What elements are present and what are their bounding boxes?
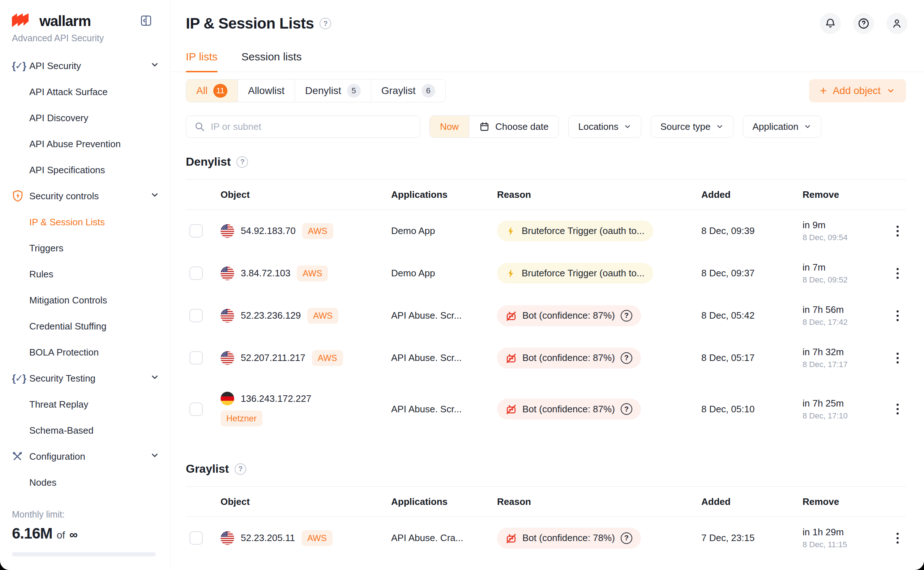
account-button[interactable] [886, 13, 907, 34]
sidebar: wallarm Advanced API Security {✓} API Se… [0, 0, 171, 570]
row-menu-icon[interactable] [893, 350, 901, 366]
date-filter: Now Choose date [429, 115, 559, 138]
sidebar-item-security-testing[interactable]: {✓} Security Testing [12, 365, 170, 391]
infinity-symbol: ∞ [69, 528, 78, 541]
table-row: 54.92.183.70 AWS Demo App Bruteforce Tri… [186, 210, 906, 252]
applications-cell: API Abuse. Scr... [391, 404, 497, 415]
ip-address: 3.84.72.103 [241, 268, 290, 279]
calendar-icon [480, 121, 489, 132]
chevron-down-icon [803, 123, 812, 130]
sidebar-item-api-discovery[interactable]: API Discovery [12, 105, 170, 131]
sidebar-item-credential-stuffing[interactable]: Credential Stuffing [12, 313, 170, 339]
help-button[interactable] [853, 13, 874, 34]
sidebar-item-api-specifications[interactable]: API Specifications [12, 157, 170, 183]
us-flag-icon [220, 351, 234, 365]
row-checkbox[interactable] [189, 351, 203, 365]
tab-session-lists[interactable]: Session lists [241, 51, 302, 72]
row-checkbox[interactable] [189, 531, 203, 545]
bot-blocked-icon [506, 404, 516, 414]
product-subtitle: Advanced API Security [12, 33, 170, 43]
sidebar-item-configuration[interactable]: Configuration [12, 443, 170, 469]
source-type-dropdown[interactable]: Source type [651, 115, 733, 138]
notifications-button[interactable] [820, 13, 841, 34]
sidebar-item-api-attack-surface[interactable]: API Attack Surface [12, 79, 170, 105]
reason-badge: Bruteforce Trigger (oauth to... [497, 263, 653, 283]
collapse-sidebar-icon[interactable] [140, 14, 152, 28]
row-menu-icon[interactable] [893, 307, 901, 324]
applications-cell: Demo App [391, 268, 497, 279]
count-badge: 6 [422, 84, 435, 98]
monthly-limit-block: Monthly limit: 6.16M of ∞ [12, 509, 170, 556]
applications-cell: API Abuse. Scr... [391, 352, 497, 363]
reason-help-icon[interactable]: ? [621, 310, 632, 322]
sidebar-item-api-security[interactable]: {✓} API Security [12, 53, 170, 79]
chevron-down-icon [150, 372, 159, 385]
applications-cell: API Abuse. Scr... [391, 310, 497, 321]
date-now-segment[interactable]: Now [430, 116, 469, 138]
choose-date-segment[interactable]: Choose date [469, 116, 559, 138]
col-object: Object [220, 189, 391, 201]
reason-help-icon[interactable]: ? [621, 403, 632, 415]
row-checkbox[interactable] [189, 267, 203, 280]
table-row: 136.243.172.227 Hetzner API Abuse. Scr..… [186, 379, 906, 439]
monthly-limit-value: 6.16M [12, 525, 52, 542]
reason-badge: Bot (confidence: 87%) ? [497, 305, 641, 326]
graylist-help-icon[interactable]: ? [235, 463, 246, 475]
reason-help-icon[interactable]: ? [621, 532, 632, 544]
row-menu-icon[interactable] [893, 401, 901, 417]
plus-icon: + [820, 84, 827, 97]
table-row: 3.84.72.103 AWS Demo App Bruteforce Trig… [186, 252, 906, 294]
source-tag: AWS [302, 223, 333, 239]
ip-address: 52.23.236.129 [241, 310, 301, 321]
sidebar-item-security-controls[interactable]: Security controls [12, 183, 170, 209]
row-checkbox[interactable] [189, 309, 203, 322]
chevron-down-icon [150, 60, 159, 72]
page-help-icon[interactable]: ? [319, 18, 331, 29]
row-menu-icon[interactable] [893, 265, 901, 282]
row-checkbox[interactable] [189, 403, 203, 416]
col-object: Object [220, 496, 391, 507]
reason-badge: Bot (confidence: 87%) ? [497, 398, 641, 420]
segment-graylist[interactable]: Graylist 6 [371, 80, 445, 102]
sidebar-item-mitigation-controls[interactable]: Mitigation Controls [12, 287, 170, 313]
braces-check-icon: {✓} [12, 372, 29, 384]
list-type-tabs: IP lists Session lists [171, 51, 924, 72]
sidebar-item-bola-protection[interactable]: BOLA Protection [12, 339, 170, 365]
sidebar-item-threat-replay[interactable]: Threat Replay [12, 391, 170, 417]
application-dropdown[interactable]: Application [743, 115, 821, 138]
col-remove: Remove [803, 496, 889, 507]
remove-cell: in 7h 25m 8 Dec, 17:10 [803, 398, 889, 421]
shield-bolt-icon [12, 190, 29, 202]
sidebar-item-rules[interactable]: Rules [12, 261, 170, 287]
bolt-icon [506, 268, 516, 279]
sidebar-item-ip-session-lists[interactable]: IP & Session Lists [12, 209, 170, 235]
segment-allowlist[interactable]: Allowlist [238, 80, 295, 102]
sidebar-item-schema-based[interactable]: Schema-Based [12, 417, 170, 443]
add-object-button[interactable]: + Add object [809, 79, 906, 103]
reason-help-icon[interactable]: ? [621, 352, 632, 364]
bell-icon [825, 18, 836, 29]
row-menu-icon[interactable] [893, 223, 901, 239]
locations-dropdown[interactable]: Locations [568, 115, 641, 138]
remove-cell: in 1h 29m 8 Dec, 11:15 [803, 527, 889, 549]
row-checkbox[interactable] [189, 224, 203, 238]
segment-denylist[interactable]: Denylist 5 [295, 80, 371, 102]
sidebar-item-nodes[interactable]: Nodes [12, 469, 170, 495]
chevron-down-icon [623, 123, 632, 130]
added-cell: 7 Dec, 23:15 [701, 532, 803, 544]
ip-address: 52.23.205.11 [241, 532, 295, 544]
denylist-help-icon[interactable]: ? [237, 156, 248, 168]
logo-text: wallarm [40, 13, 91, 29]
graylist-section: Graylist ? Object Applications Reason Ad… [186, 462, 906, 559]
sidebar-item-triggers[interactable]: Triggers [12, 235, 170, 261]
segment-all[interactable]: All 11 [186, 80, 238, 102]
search-input[interactable] [211, 121, 412, 132]
bot-blocked-icon [506, 310, 516, 321]
sidebar-item-api-abuse-prevention[interactable]: API Abuse Prevention [12, 131, 170, 157]
col-added: Added [701, 189, 803, 201]
bolt-icon [506, 226, 516, 236]
added-cell: 8 Dec, 05:17 [701, 352, 803, 363]
count-badge: 5 [347, 84, 361, 98]
row-menu-icon[interactable] [893, 530, 901, 547]
tab-ip-lists[interactable]: IP lists [186, 51, 218, 72]
